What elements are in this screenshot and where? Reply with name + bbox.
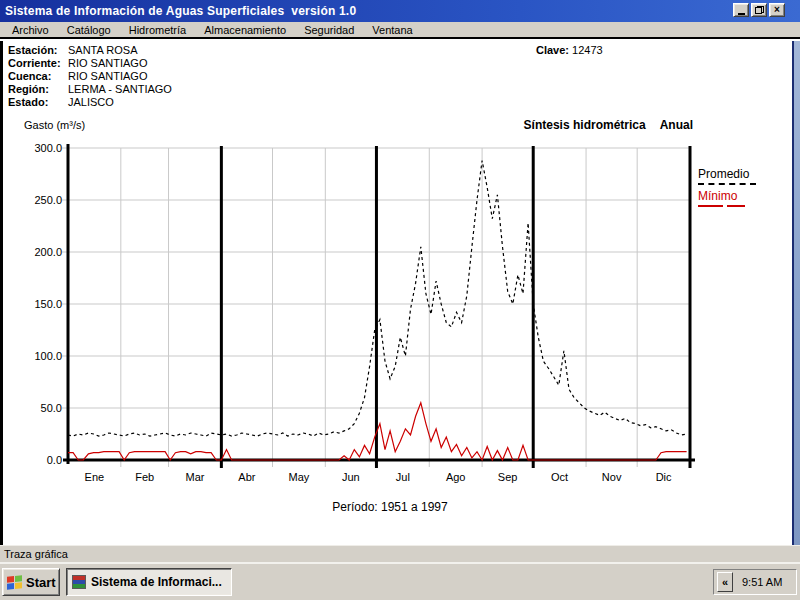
station-row-cuenca: Cuenca: RIO SANTIAGO	[8, 70, 172, 83]
legend-minimo-line-sample	[698, 205, 723, 207]
field-label: Región:	[8, 83, 68, 96]
taskbar-task-button[interactable]: Sistema de Informaci...	[66, 568, 232, 596]
restore-button[interactable]	[751, 3, 767, 17]
menu-hidrometria[interactable]: Hidrometría	[120, 23, 195, 37]
window-controls: ×	[731, 3, 785, 17]
close-icon: ×	[774, 5, 780, 15]
chart-title: Síntesis hidrométricaAnual	[524, 118, 693, 132]
title-bar: Sistema de Información de Aguas Superfic…	[0, 0, 800, 22]
taskbar-clock: 9:51 AM	[742, 576, 782, 588]
taskbar: Start Sistema de Informaci... « 9:51 AM	[0, 562, 800, 600]
menu-archivo[interactable]: Archivo	[3, 23, 58, 37]
menu-ventana[interactable]: Ventana	[363, 23, 421, 37]
clave-label: Clave:	[536, 44, 569, 56]
app-icon	[72, 575, 86, 589]
clave-field: Clave: 12473	[536, 44, 603, 56]
legend-promedio-label: Promedio	[698, 167, 749, 181]
field-value: RIO SANTIAGO	[68, 70, 147, 83]
y-axis-title: Gasto (m³/s)	[24, 119, 85, 131]
start-label: Start	[26, 575, 56, 590]
window-right-border	[792, 41, 800, 545]
menu-catalogo[interactable]: Catálogo	[58, 23, 120, 37]
legend-minimo-line-sample	[727, 205, 745, 207]
period-label: Período: 1951 a 1997	[290, 500, 490, 514]
window-title: Sistema de Información de Aguas Superfic…	[5, 4, 356, 18]
restore-icon	[755, 6, 764, 14]
client-area	[0, 41, 800, 545]
status-bar: Traza gráfica	[0, 545, 800, 562]
windows-flag-icon	[7, 575, 22, 590]
field-value: LERMA - SANTIAGO	[68, 83, 172, 96]
status-text: Traza gráfica	[4, 548, 68, 560]
start-button[interactable]: Start	[2, 568, 60, 596]
application-window: Sistema de Información de Aguas Superfic…	[0, 0, 800, 600]
system-tray: « 9:51 AM	[713, 569, 797, 595]
station-row-corriente: Corriente: RIO SANTIAGO	[8, 57, 172, 70]
field-label: Corriente:	[8, 57, 68, 70]
field-value: JALISCO	[68, 96, 114, 109]
station-row-estado: Estado: JALISCO	[8, 96, 172, 109]
station-row-estacion: Estación: SANTA ROSA	[8, 44, 172, 57]
field-label: Estado:	[8, 96, 68, 109]
field-value: SANTA ROSA	[68, 44, 137, 57]
legend-minimo-label: Mínimo	[698, 189, 737, 203]
field-label: Cuenca:	[8, 70, 68, 83]
legend-promedio-line-sample	[698, 183, 756, 185]
close-button[interactable]: ×	[769, 3, 785, 17]
clave-value: 12473	[572, 44, 603, 56]
tray-chevron-button[interactable]: «	[717, 572, 733, 592]
station-row-region: Región: LERMA - SANTIAGO	[8, 83, 172, 96]
menu-seguridad[interactable]: Seguridad	[295, 23, 363, 37]
menu-almacenamiento[interactable]: Almacenamiento	[195, 23, 295, 37]
chart-mode: Anual	[660, 118, 693, 132]
station-info: Estación: SANTA ROSA Corriente: RIO SANT…	[8, 44, 172, 109]
chart-title-text: Síntesis hidrométrica	[524, 118, 646, 132]
field-label: Estación:	[8, 44, 68, 57]
minimize-icon	[738, 13, 745, 15]
minimize-button[interactable]	[733, 3, 749, 17]
task-button-label: Sistema de Informaci...	[91, 575, 222, 589]
field-value: RIO SANTIAGO	[68, 57, 147, 70]
menu-bar: Archivo Catálogo Hidrometría Almacenamie…	[0, 22, 800, 39]
